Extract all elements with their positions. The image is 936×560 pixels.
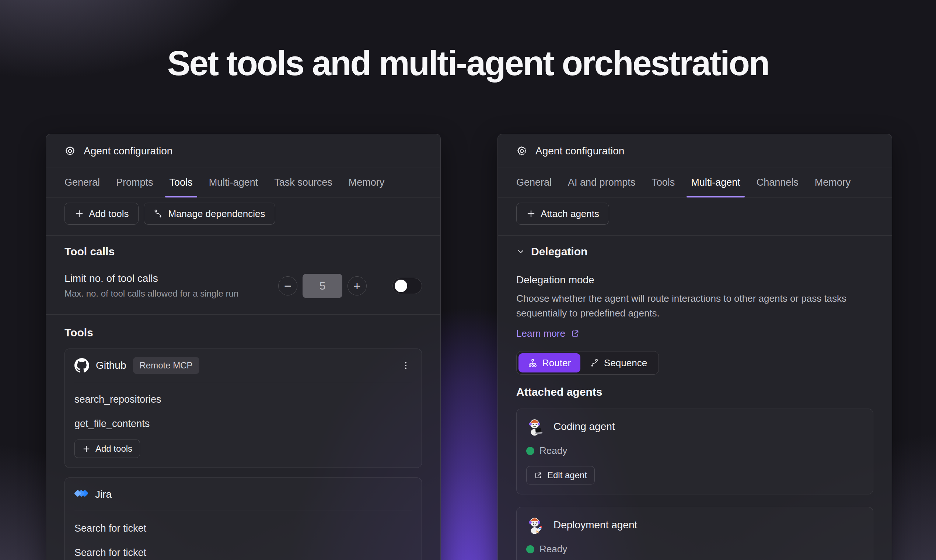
agent-status-row: Ready [526,445,864,457]
tab-multi-agent[interactable]: Multi-agent [691,168,740,197]
coding-agent-card: Coding agent Ready Edit agent [516,409,873,494]
panel-header: Agent configuration [46,134,440,168]
tab-tools[interactable]: Tools [169,168,193,197]
tools-heading: Tools [65,326,422,339]
route-icon [590,358,599,368]
edit-agent-button[interactable]: Edit agent [526,466,595,485]
router-label: Router [542,357,571,369]
page-title: Set tools and multi-agent orchestration [0,43,936,84]
kebab-icon [401,361,410,370]
jira-name: Jira [95,489,112,500]
tab-multi-agent[interactable]: Multi-agent [209,168,258,197]
tab-memory[interactable]: Memory [815,168,851,197]
delegation-section: Delegation Delegation mode Choose whethe… [498,236,892,375]
attached-agents-heading: Attached agents [516,386,873,398]
tab-ai-and-prompts[interactable]: AI and prompts [568,168,635,197]
tool-item-search-for-ticket[interactable]: Search for ticket [74,516,412,540]
page: { "page": { "title": "Set tools and mult… [0,0,936,560]
panel-header: Agent configuration [498,134,892,168]
edit-agent-label: Edit agent [547,470,587,480]
tab-general[interactable]: General [516,168,552,197]
robot-rocket-avatar [526,515,545,535]
deployment-agent-card: Deployment agent Ready Edit agent [516,507,873,560]
status-ready-dot [526,545,534,553]
increment-button[interactable]: + [348,276,366,295]
tab-task-sources[interactable]: Task sources [274,168,333,197]
tool-item-get-file-contents[interactable]: get_file_contents [74,412,412,436]
agent-header-row: Coding agent [526,417,864,436]
jira-card-header: Jira [74,478,412,511]
external-link-icon [534,471,542,480]
route-icon [154,209,163,218]
jira-tool-card: Jira Search for ticket Search for ticket… [65,477,422,560]
add-tools-label: Add tools [89,208,129,220]
toggle-knob [395,280,407,292]
github-name: Github [96,360,126,371]
tool-call-limit-value[interactable]: 5 [303,274,342,298]
sequence-label: Sequence [604,357,647,369]
manage-dependencies-button[interactable]: Manage dependencies [144,203,275,225]
limit-label: Limit no. of tool calls [65,272,239,285]
jira-tool-list: Search for ticket Search for ticket Sear… [74,511,412,560]
agent-name: Coding agent [554,421,615,432]
panel-title: Agent configuration [84,145,172,157]
manage-dependencies-label: Manage dependencies [168,208,265,220]
tools-list-section: Tools Github Remote MCP search_repositor… [46,315,440,560]
add-tools-button[interactable]: Add tools [65,203,139,225]
agents-toolbar: Attach agents [498,197,892,236]
agent-configuration-panel-tools: Agent configuration General Prompts Tool… [46,134,441,560]
tab-tools[interactable]: Tools [651,168,675,197]
tab-memory[interactable]: Memory [349,168,385,197]
agent-name: Deployment agent [554,519,637,531]
panel-title: Agent configuration [536,145,624,157]
tools-toolbar: Add tools Manage dependencies [46,197,440,236]
sequence-option[interactable]: Sequence [580,353,657,372]
remote-mcp-badge: Remote MCP [133,357,199,374]
decrement-button[interactable]: − [278,276,297,295]
status-ready-dot [526,447,534,455]
limit-labels: Limit no. of tool calls Max. no. of tool… [65,272,239,299]
external-link-icon [570,329,580,338]
tool-calls-heading: Tool calls [65,245,422,258]
tool-item-search-repositories[interactable]: search_repositories [74,387,412,412]
attach-agents-button[interactable]: Attach agents [516,203,609,225]
tab-channels[interactable]: Channels [757,168,799,197]
tool-item-search-for-ticket[interactable]: Search for ticket [74,540,412,560]
gear-icon [65,146,75,157]
gear-icon [516,146,527,157]
plus-icon [74,209,84,218]
tool-calls-section: Tool calls Limit no. of tool calls Max. … [46,236,440,315]
jira-icon [74,488,88,502]
github-add-tools-button[interactable]: Add tools [74,440,140,458]
hierarchy-icon [528,358,537,368]
attach-agents-label: Attach agents [540,208,599,220]
agent-configuration-panel-multi-agent: Agent configuration General AI and promp… [497,134,892,560]
status-text: Ready [539,445,567,457]
github-icon [74,358,89,373]
agent-status-row: Ready [526,543,864,555]
router-option[interactable]: Router [519,353,580,372]
delegation-mode-description: Choose whether the agent will route inte… [516,291,863,320]
tab-bar: General AI and prompts Tools Multi-agent… [498,168,892,197]
tab-general[interactable]: General [65,168,100,197]
github-tool-list: search_repositories get_file_contents [74,382,412,436]
github-card-header: Github Remote MCP [74,349,412,382]
learn-more-label: Learn more [516,328,565,339]
limit-tool-calls-row: Limit no. of tool calls Max. no. of tool… [65,272,422,299]
learn-more-link[interactable]: Learn more [516,328,580,339]
limit-toggle[interactable] [393,278,422,294]
tab-prompts[interactable]: Prompts [116,168,153,197]
delegation-mode-label: Delegation mode [516,274,873,286]
chevron-down-icon [516,247,525,256]
github-menu-button[interactable] [399,359,412,372]
tab-bar: General Prompts Tools Multi-agent Task s… [46,168,440,197]
delegation-mode-switch: Router Sequence [516,351,659,375]
plus-icon [526,209,536,218]
status-text: Ready [539,543,567,555]
github-tool-card: Github Remote MCP search_repositories ge… [65,349,422,468]
tool-call-stepper: − 5 + [278,274,422,298]
delegation-collapse-header[interactable]: Delegation [516,245,873,258]
robot-laptop-avatar [526,417,545,436]
attached-agents-section: Attached agents Coding agent Ready Edit … [498,375,892,560]
plus-icon [82,445,91,453]
